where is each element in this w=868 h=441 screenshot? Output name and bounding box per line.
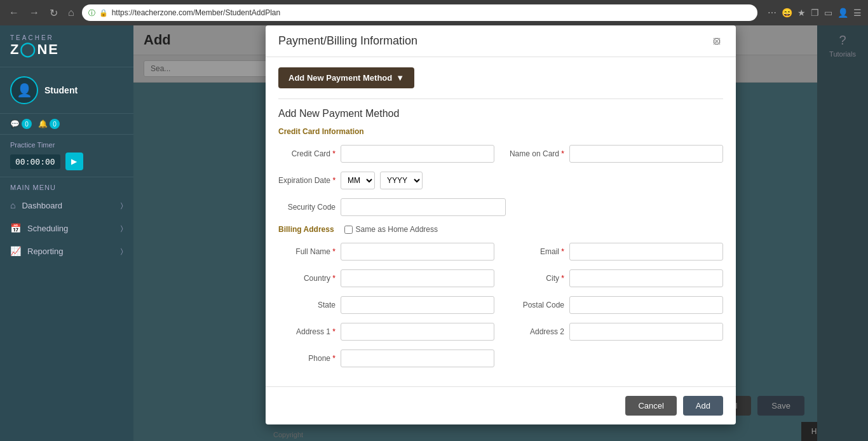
billing-address-header: Billing Address Same as Home Address <box>278 225 723 234</box>
tabs-icon[interactable]: ▭ <box>824 8 832 18</box>
modal-overlay: Payment/Billing Information ⦻ Add New Pa… <box>133 25 868 441</box>
secure-icon: 🔒 <box>99 9 108 17</box>
app-layout: TEACHER Z◯NE 👤 Student 💬 0 🔔 0 Practice … <box>0 25 868 441</box>
address1-group: Address 1 * <box>278 323 494 341</box>
logo-o: ◯ <box>20 41 37 57</box>
address1-input[interactable] <box>341 323 494 341</box>
timer-play-button[interactable]: ▶ <box>65 153 83 170</box>
forward-button[interactable]: → <box>27 4 42 21</box>
required-star: * <box>561 149 564 158</box>
bookmark-icon[interactable]: 😄 <box>782 8 792 18</box>
email-label: Email * <box>507 247 564 256</box>
security-code-row: Security Code <box>278 198 723 216</box>
add-payment-method-button[interactable]: Add New Payment Method ▼ <box>278 67 414 88</box>
notifications-badge[interactable]: 🔔 0 <box>38 119 60 129</box>
logo-area: TEACHER Z◯NE <box>0 25 133 67</box>
sidebar-item-label: Scheduling <box>27 224 68 233</box>
state-input[interactable] <box>341 296 494 314</box>
address2-group: Address 2 <box>507 323 723 341</box>
address-row: Address 1 * Address 2 <box>278 323 723 341</box>
star-icon[interactable]: ★ <box>797 8 806 18</box>
credit-card-input[interactable] <box>341 145 494 163</box>
phone-input[interactable] <box>341 349 494 367</box>
same-as-home-label[interactable]: Same as Home Address <box>344 225 438 234</box>
postal-code-group: Postal Code <box>507 296 723 314</box>
dropdown-arrow-icon: ▼ <box>396 73 404 83</box>
timer-value: 00:00:00 <box>10 154 60 169</box>
refresh-button[interactable]: ↻ <box>47 4 60 22</box>
user-icon[interactable]: 👤 <box>837 8 848 18</box>
credit-card-row: Credit Card * Name on Card * <box>278 145 723 163</box>
expiry-selects: MM YYYY <box>341 172 423 189</box>
full-name-input[interactable] <box>341 243 494 261</box>
month-select[interactable]: MM <box>341 172 375 189</box>
chevron-right-icon: 〉 <box>121 247 123 255</box>
full-name-email-row: Full Name * Email * <box>278 243 723 261</box>
address1-label: Address 1 * <box>278 327 336 336</box>
chevron-right-icon: 〉 <box>121 201 123 210</box>
year-select[interactable]: YYYY <box>380 172 423 189</box>
country-label: Country * <box>278 274 336 283</box>
city-label: City * <box>507 274 564 283</box>
cancel-button[interactable]: Cancel <box>625 396 676 416</box>
sidebar-item-reporting[interactable]: 📈 Reporting 〉 <box>0 240 133 262</box>
hamburger-icon[interactable]: ☰ <box>853 8 862 18</box>
calendar-icon: 📅 <box>10 223 21 233</box>
name-on-card-input[interactable] <box>569 145 723 163</box>
modal-title: Payment/Billing Information <box>278 34 417 48</box>
library-icon[interactable]: ❐ <box>811 8 819 18</box>
name-on-card-label: Name on Card * <box>507 149 564 158</box>
username-label: Student <box>44 85 78 95</box>
sidebar-item-label: Dashboard <box>22 201 62 210</box>
bell-icon: 🔔 <box>38 119 48 128</box>
add-button[interactable]: Add <box>683 396 723 416</box>
home-button[interactable]: ⌂ <box>65 4 77 21</box>
state-group: State <box>278 296 494 314</box>
security-code-input[interactable] <box>341 198 506 216</box>
full-name-group: Full Name * <box>278 243 494 261</box>
message-icon: 💬 <box>10 119 20 128</box>
add-payment-label: Add New Payment Method <box>288 73 392 83</box>
full-name-label: Full Name * <box>278 247 336 256</box>
phone-row: Phone * <box>278 349 723 367</box>
main-menu-label: Main Menu <box>0 177 133 194</box>
sidebar-item-scheduling[interactable]: 📅 Scheduling 〉 <box>0 217 133 240</box>
same-as-home-checkbox[interactable] <box>344 226 353 234</box>
expiration-group: Expiration Date * MM YYYY <box>278 172 494 189</box>
email-input[interactable] <box>569 243 723 261</box>
url-text: https://teacherzone.com/Member/StudentAd… <box>112 8 280 17</box>
country-group: Country * <box>278 269 494 287</box>
message-count: 0 <box>22 119 32 129</box>
required-star: * <box>332 354 336 363</box>
country-city-row: Country * City * <box>278 269 723 287</box>
country-input[interactable] <box>341 269 494 287</box>
empty-right-group <box>507 172 723 189</box>
sidebar-item-dashboard[interactable]: ⌂ Dashboard 〉 <box>0 194 133 217</box>
browser-controls: ⋯ 😄 ★ ❐ ▭ 👤 ☰ <box>768 8 862 18</box>
sidebar: TEACHER Z◯NE 👤 Student 💬 0 🔔 0 Practice … <box>0 25 133 441</box>
postal-code-input[interactable] <box>569 296 723 314</box>
address2-input[interactable] <box>569 323 723 341</box>
state-label: State <box>278 301 336 309</box>
required-star: * <box>332 274 336 283</box>
messages-badge[interactable]: 💬 0 <box>10 119 32 129</box>
billing-address-label: Billing Address <box>278 225 334 234</box>
required-star: * <box>332 247 336 256</box>
modal-close-button[interactable]: ⦻ <box>712 34 723 48</box>
menu-dots-icon[interactable]: ⋯ <box>768 8 776 18</box>
required-star: * <box>561 274 564 283</box>
chevron-right-icon: 〉 <box>121 224 123 233</box>
timer-display: 00:00:00 ▶ <box>10 153 123 170</box>
phone-group: Phone * <box>278 349 494 367</box>
reporting-icon: 📈 <box>10 246 21 256</box>
logo-teacher: TEACHER <box>10 34 123 41</box>
modal-header: Payment/Billing Information ⦻ <box>266 25 736 57</box>
back-button[interactable]: ← <box>6 4 22 21</box>
section-title: Add New Payment Method <box>278 108 723 119</box>
required-star: * <box>561 247 564 256</box>
dashboard-icon: ⌂ <box>10 200 15 210</box>
phone-label: Phone * <box>278 354 336 363</box>
city-input[interactable] <box>569 269 723 287</box>
phone-right-empty <box>507 349 723 367</box>
address-bar[interactable]: ⓘ 🔒 https://teacherzone.com/Member/Stude… <box>82 4 757 21</box>
